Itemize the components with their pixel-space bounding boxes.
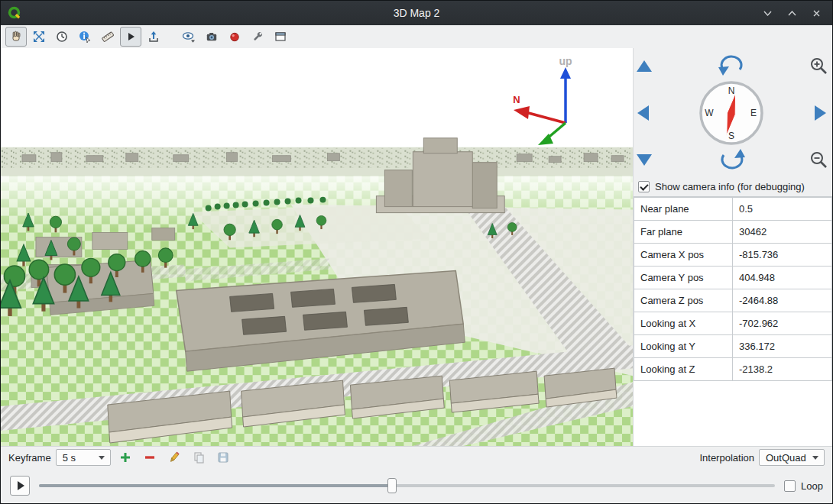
row-value: -815.736 <box>733 244 832 267</box>
3d-navigation-widget: N E S W <box>634 48 832 176</box>
wrench-icon <box>251 31 264 43</box>
axis-gizmo: up N <box>504 54 588 150</box>
nav-tilt-down-button[interactable] <box>637 154 652 166</box>
copy-icon <box>193 451 205 464</box>
3d-map-window: 3D Map 2 <box>0 0 833 504</box>
minimize-button[interactable] <box>762 8 773 18</box>
pencil-icon <box>168 451 180 464</box>
dock-tool[interactable] <box>270 27 291 47</box>
interpolation-select[interactable]: OutQuad <box>759 449 825 466</box>
panel-icon <box>274 31 287 43</box>
qgis-logo-icon <box>8 6 21 20</box>
zoom-full-icon <box>33 31 45 43</box>
row-value: -2464.88 <box>733 289 832 312</box>
table-row: Looking at Z -2138.2 <box>634 358 832 381</box>
row-value: 30462 <box>733 221 832 244</box>
nav-rotate-up-button[interactable] <box>718 57 741 76</box>
play-icon <box>18 481 24 490</box>
timeline-slider-fill <box>39 484 392 487</box>
zoom-full-tool[interactable] <box>28 27 50 47</box>
measure-tool[interactable] <box>97 27 118 47</box>
camera-control-tool[interactable] <box>5 27 27 47</box>
animation-keyframe-bar: Keyframe 5 s <box>1 446 832 468</box>
chevron-down-icon <box>812 456 818 460</box>
show-camera-info-checkbox[interactable] <box>638 181 650 192</box>
nav-rotate-down-button[interactable] <box>722 149 745 168</box>
navigation-clock-tool[interactable] <box>51 27 73 47</box>
table-row: Camera Y pos 404.948 <box>634 267 832 289</box>
compass-e-label: E <box>750 108 757 118</box>
keyframe-select[interactable]: 5 s <box>56 449 111 466</box>
close-button[interactable] <box>811 8 822 18</box>
loop-label: Loop <box>801 480 823 492</box>
keyframe-label: Keyframe <box>8 452 51 464</box>
nav-compass[interactable]: N E S W <box>701 82 762 144</box>
green-plus-icon <box>119 451 131 464</box>
timeline-slider-handle[interactable] <box>387 478 397 493</box>
window-title: 3D Map 2 <box>1 7 832 19</box>
maximize-button[interactable] <box>786 8 797 18</box>
row-label: Looking at Y <box>634 335 733 358</box>
effects-tool[interactable] <box>224 27 245 47</box>
camera-info-table-container: Near plane 0.5 Far plane 30462 Camera X … <box>634 196 832 446</box>
keyframe-select-value: 5 s <box>63 452 76 464</box>
3d-toolbar <box>1 25 832 48</box>
table-row: Looking at Y 336.172 <box>634 335 832 358</box>
show-camera-info-label: Show camera info (for debugging) <box>655 181 805 192</box>
titlebar[interactable]: 3D Map 2 <box>1 1 832 25</box>
duplicate-keyframe-button[interactable] <box>189 448 209 467</box>
red-sphere-icon <box>229 31 241 43</box>
save-icon <box>217 451 229 464</box>
camera-info-table: Near plane 0.5 Far plane 30462 Camera X … <box>634 197 832 381</box>
identify-tool[interactable] <box>74 27 96 47</box>
loop-checkbox[interactable] <box>784 480 796 492</box>
nav-move-left-button[interactable] <box>637 105 649 121</box>
add-keyframe-button[interactable] <box>115 448 135 467</box>
row-label: Camera X pos <box>634 244 733 267</box>
configure-tool[interactable] <box>247 27 268 47</box>
interpolation-select-value: OutQuad <box>766 452 806 464</box>
axis-north-label: N <box>513 94 520 105</box>
export-scene-tool[interactable] <box>143 27 164 47</box>
animation-playback-bar: Loop <box>1 468 832 503</box>
view-themes-tool[interactable] <box>178 27 199 47</box>
nav-move-right-button[interactable] <box>815 105 826 121</box>
table-row: Looking at X -702.962 <box>634 312 832 335</box>
axis-up-label: up <box>559 55 572 67</box>
interpolation-label: Interpolation <box>699 452 754 464</box>
identify-icon <box>79 31 91 43</box>
row-value: 336.172 <box>733 335 832 358</box>
row-label: Looking at X <box>634 312 733 335</box>
camera-side-panel: N E S W Show camera info (for debugging) <box>633 48 832 446</box>
chevron-down-icon <box>99 456 105 460</box>
play-animation-button[interactable] <box>10 476 30 496</box>
timeline-slider[interactable] <box>39 477 775 494</box>
clock-icon <box>56 31 68 43</box>
3d-viewport[interactable]: up N <box>1 48 633 446</box>
ruler-icon <box>102 31 114 43</box>
compass-s-label: S <box>728 131 734 141</box>
compass-w-label: W <box>705 108 714 118</box>
red-minus-icon <box>144 451 156 464</box>
nav-tilt-up-button[interactable] <box>637 60 652 72</box>
row-label: Far plane <box>634 221 733 244</box>
table-row: Near plane 0.5 <box>634 198 832 221</box>
camera-icon <box>206 31 218 43</box>
row-label: Camera Y pos <box>634 267 733 289</box>
row-label: Looking at Z <box>634 358 733 381</box>
row-value: -702.962 <box>733 312 832 335</box>
row-label: Near plane <box>634 198 733 221</box>
export-animation-button[interactable] <box>213 448 233 467</box>
animations-tool[interactable] <box>120 27 141 47</box>
table-row: Camera Z pos -2464.88 <box>634 289 832 312</box>
row-value: 0.5 <box>733 198 832 221</box>
nav-zoom-in-button[interactable] <box>812 59 826 73</box>
export-arrow-icon <box>147 31 160 43</box>
eye-icon <box>182 31 196 43</box>
camera-tool[interactable] <box>201 27 222 47</box>
nav-zoom-out-button[interactable] <box>812 153 826 167</box>
table-row: Far plane 30462 <box>634 221 832 244</box>
remove-keyframe-button[interactable] <box>140 448 160 467</box>
edit-keyframe-button[interactable] <box>164 448 184 467</box>
row-label: Camera Z pos <box>634 289 733 312</box>
